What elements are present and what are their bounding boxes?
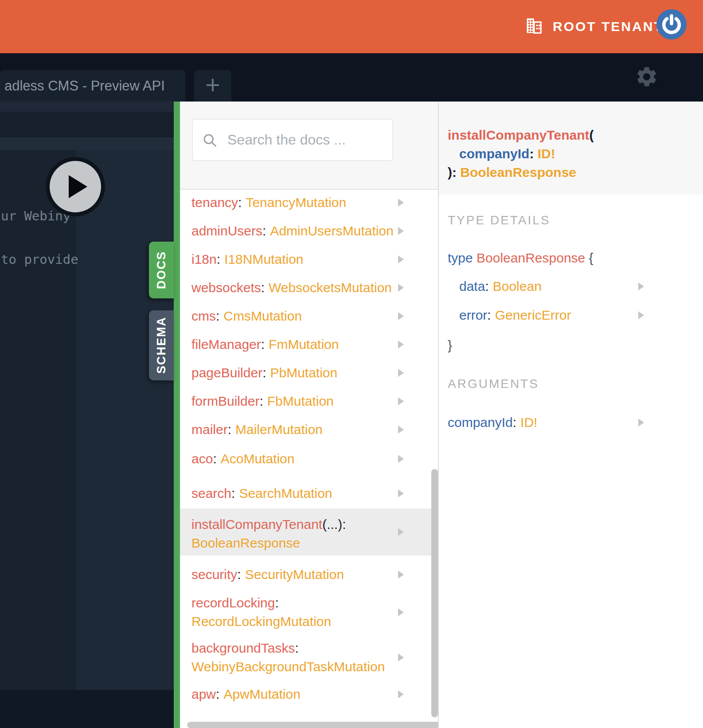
schema-tab-label: SCHEMA: [155, 317, 168, 374]
field-name: installCompanyTenant: [448, 128, 589, 142]
field-type: Boolean: [493, 279, 542, 294]
type-name: CmsMutation: [223, 309, 302, 324]
tab-schema[interactable]: SCHEMA: [149, 310, 174, 380]
type-field-data[interactable]: data: Boolean: [439, 279, 703, 294]
top-header-bar: ROOT TENANT: [0, 0, 703, 53]
chevron-right-icon: [398, 397, 404, 405]
field-name: aco: [191, 451, 213, 466]
field-name: search: [191, 486, 231, 501]
type-declaration: type BooleanResponse {: [448, 250, 594, 266]
doc-item-security[interactable]: security:SecurityMutation: [180, 568, 438, 582]
doc-item-aco[interactable]: aco:AcoMutation: [180, 452, 438, 466]
field-name: formBuilder: [191, 394, 259, 409]
docs-panel-accent-bar: [174, 102, 180, 728]
chevron-right-icon: [398, 255, 404, 263]
chevron-right-icon: [398, 654, 404, 661]
doc-item-i18n[interactable]: i18n:I18NMutation: [180, 252, 438, 266]
editor-topbar-band: [0, 102, 174, 112]
field-name: data: [459, 279, 485, 294]
doc-item-search[interactable]: search:SearchMutation: [180, 486, 438, 501]
editor-light-band: [0, 137, 174, 150]
type-name: SearchMutation: [239, 486, 332, 501]
type-field-error[interactable]: error: GenericError: [439, 308, 703, 322]
type-name: WebsocketsMutation: [269, 280, 392, 295]
session-tab-bar: adless CMS - Preview API +: [0, 53, 703, 102]
tab-title: adless CMS - Preview API: [0, 78, 165, 94]
chevron-right-icon: [398, 426, 404, 434]
query-editor-region[interactable]: ur Webiny to provide: [0, 102, 174, 728]
doc-item-websockets[interactable]: websockets:WebsocketsMutation: [180, 281, 438, 295]
signature-line-2: companyId: ID!: [459, 146, 555, 161]
doc-item-mailer[interactable]: mailer:MailerMutation: [180, 423, 438, 437]
field-detail-panel: installCompanyTenant( companyId: ID! ): …: [439, 102, 703, 728]
docs-horizontal-scrollbar[interactable]: [187, 722, 438, 728]
field-name: fileManager: [191, 337, 261, 352]
field-name: error: [459, 308, 487, 323]
type-name-link[interactable]: BooleanResponse: [476, 250, 585, 265]
type-name: AdminUsersMutation: [270, 223, 393, 239]
new-tab-button[interactable]: +: [194, 70, 231, 102]
chevron-right-icon: [398, 199, 404, 207]
execute-query-play-button[interactable]: [46, 157, 105, 216]
chevron-right-icon: [398, 571, 404, 579]
type-details-heading: TYPE DETAILS: [448, 213, 551, 227]
doc-item-formBuilder[interactable]: formBuilder:FbMutation: [180, 394, 438, 408]
type-name: FbMutation: [267, 394, 334, 409]
docs-vertical-scrollbar[interactable]: [431, 469, 438, 717]
chevron-right-icon: [398, 369, 404, 377]
argument-companyId[interactable]: companyId: ID!: [439, 415, 703, 430]
app-window: ROOT TENANT adless CMS - Preview API +: [0, 0, 703, 728]
tab-headless-cms-preview-api[interactable]: adless CMS - Preview API: [0, 70, 185, 102]
doc-item-adminUsers[interactable]: adminUsers:AdminUsersMutation: [180, 224, 438, 238]
field-type: GenericError: [495, 308, 571, 323]
settings-gear-button[interactable]: [635, 65, 659, 89]
return-type: BooleanResponse: [460, 165, 576, 180]
chevron-right-icon: [638, 419, 644, 427]
chevron-right-icon: [398, 489, 404, 497]
doc-item-tenancy[interactable]: tenancy:TenancyMutation: [180, 196, 438, 210]
chevron-right-icon: [638, 282, 644, 290]
argument-type: ID!: [520, 415, 537, 430]
doc-item-fileManager[interactable]: fileManager:FmMutation: [180, 337, 438, 352]
field-name: mailer: [191, 422, 228, 437]
tab-docs[interactable]: DOCS: [149, 242, 174, 298]
search-icon: [202, 132, 218, 148]
field-name: adminUsers: [191, 223, 262, 239]
chevron-right-icon: [398, 608, 404, 616]
docs-search-box[interactable]: [192, 119, 393, 161]
editor-footer-strip: [0, 690, 174, 728]
chevron-right-icon: [398, 690, 404, 698]
field-name: tenancy: [191, 195, 238, 210]
type-name: SecurityMutation: [245, 567, 344, 582]
editor-dark-strip: [0, 112, 174, 137]
docs-search-input[interactable]: [227, 131, 383, 149]
doc-item-cms[interactable]: cms:CmsMutation: [180, 309, 438, 323]
docs-search-section: [180, 102, 438, 190]
type-close-brace: }: [448, 338, 452, 353]
editor-code-line: to provide: [1, 252, 78, 267]
tenant-selector[interactable]: ROOT TENANT: [525, 0, 664, 53]
field-name: pageBuilder: [191, 365, 262, 380]
signature-line-1: installCompanyTenant(: [448, 128, 594, 143]
editor-gutter-panel: [0, 150, 76, 690]
docs-tab-label: DOCS: [155, 251, 168, 289]
type-name: BooleanResponse: [191, 534, 438, 552]
tenant-label: ROOT TENANT: [553, 19, 664, 34]
doc-item-backgroundTasks[interactable]: backgroundTasks: WebinyBackgroundTaskMut…: [180, 639, 438, 676]
logout-power-button[interactable]: [656, 9, 687, 39]
chevron-right-icon: [398, 341, 404, 348]
argument-name: companyId: [459, 146, 529, 161]
play-icon: [69, 175, 87, 198]
type-name: I18NMutation: [224, 252, 303, 267]
doc-item-pageBuilder[interactable]: pageBuilder:PbMutation: [180, 366, 438, 380]
type-name: ApwMutation: [223, 687, 300, 702]
type-name: PbMutation: [270, 365, 337, 380]
doc-item-recordLocking[interactable]: recordLocking: RecordLockingMutation: [180, 594, 438, 631]
chevron-right-icon: [398, 455, 404, 463]
field-name: i18n: [191, 252, 217, 267]
doc-item-apw[interactable]: apw:ApwMutation: [180, 687, 438, 701]
doc-item-installCompanyTenant-selected[interactable]: installCompanyTenant(...): BooleanRespon…: [180, 509, 438, 556]
docs-explorer-panel: tenancy:TenancyMutation adminUsers:Admin…: [180, 102, 438, 728]
chevron-right-icon: [398, 312, 404, 320]
argument-name: companyId: [448, 415, 513, 430]
